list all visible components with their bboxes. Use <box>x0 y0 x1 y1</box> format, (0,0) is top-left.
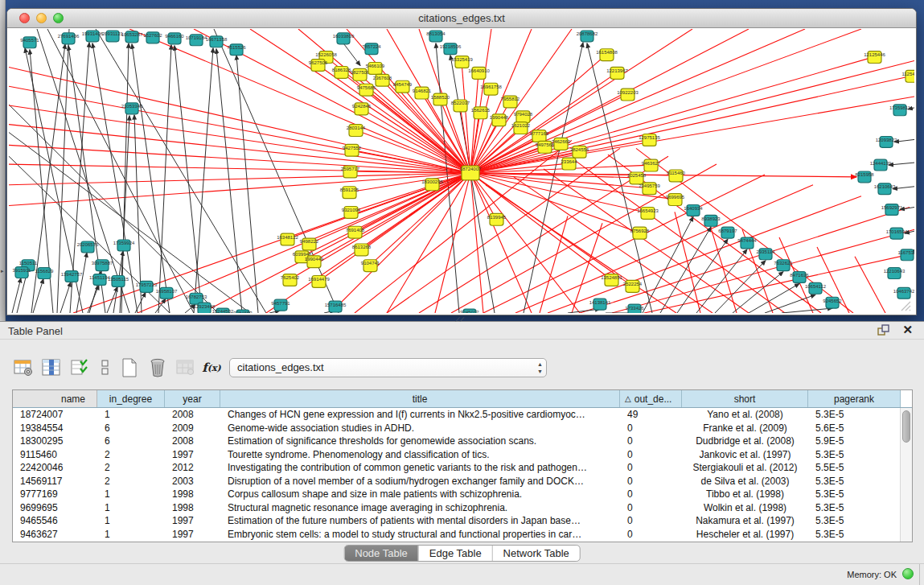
node-label: 8522037 <box>451 101 470 105</box>
node-label: 1167533 <box>898 250 914 255</box>
node-label: 10654112 <box>805 284 827 289</box>
cell-name: 18300295 <box>13 435 97 448</box>
node-label: 1640934 <box>684 206 703 211</box>
float-panel-icon[interactable] <box>877 324 890 337</box>
cell-short: Nakamura et al. (1997) <box>682 514 808 528</box>
cell-year: 2012 <box>165 461 220 475</box>
table-row[interactable]: 1872400712008Changes of HCN gene express… <box>13 408 912 422</box>
node-label: 9284553 <box>233 311 253 313</box>
cell-title: Estimation of significance thresholds fo… <box>220 435 620 448</box>
node-label: 8813054 <box>426 31 446 36</box>
column-header-name[interactable]: name <box>13 390 97 407</box>
select-rows-icon[interactable] <box>68 356 92 380</box>
column-header-year[interactable]: year <box>165 390 220 407</box>
node-label: 7625402 <box>281 275 300 280</box>
table-dropdown[interactable]: citations_edges.txt ▲▼ <box>229 358 547 377</box>
node-label: 18724007 <box>460 167 482 172</box>
delete-table-icon[interactable] <box>146 356 170 380</box>
cell-title: Estimation of the future numbers of pati… <box>220 514 620 528</box>
node-label: 1621022 <box>511 123 531 128</box>
cell-out_degree: 0 <box>620 501 682 515</box>
table-panel: ⟋⟋ Table Panel ✕ f(x) citations_edges.tx… <box>0 321 924 585</box>
cell-in_degree: 2 <box>97 448 165 462</box>
node-label: 15226058 <box>315 52 337 57</box>
node-label: 20878682 <box>577 31 598 36</box>
table-row[interactable]: 911546021997Tourette syndrome. Phenomeno… <box>13 448 912 462</box>
node-label: 8756928 <box>630 229 650 233</box>
network-view-window[interactable]: citations_edges.txt 94055712769140619931… <box>6 8 917 315</box>
node-label: 8591295 <box>340 187 359 192</box>
network-canvas[interactable]: 9405571276914061993140620931121106532871… <box>9 29 914 313</box>
show-columns-icon[interactable] <box>39 356 64 380</box>
tab-node-table[interactable]: Node Table <box>344 546 419 561</box>
node-label: 7955812 <box>501 97 520 102</box>
node-label: 16671358 <box>206 37 228 42</box>
tab-edge-table[interactable]: Edge Table <box>419 546 493 561</box>
table-panel-header[interactable]: Table Panel ✕ <box>0 322 924 340</box>
citation-network-graph[interactable]: 9405571276914061993140620931121106532871… <box>9 29 914 313</box>
table-row[interactable]: 977716911998Corpus callosum shape and si… <box>13 488 912 501</box>
cell-in_degree: 6 <box>97 422 165 435</box>
node-label: 7632621 <box>774 261 793 266</box>
node-label: 12125446 <box>864 52 885 57</box>
close-panel-icon[interactable]: ✕ <box>902 323 913 337</box>
node-label: 16914479 <box>308 277 330 282</box>
table-row[interactable]: 1456911722003Disruption of a novel membe… <box>13 475 912 488</box>
table-row[interactable]: 2242004622012Investigating the contribut… <box>13 461 912 475</box>
table-row[interactable]: 1938455462009Genome-wide association stu… <box>13 422 912 435</box>
panel-title: Table Panel <box>8 325 63 337</box>
node-label: 21053346 <box>121 104 143 109</box>
vertical-scrollbar[interactable] <box>900 408 912 542</box>
column-header-out_degree[interactable]: △out_de... <box>620 390 682 407</box>
table-row[interactable]: 946554611997Estimation of the future num… <box>13 514 912 528</box>
cell-title: Disruption of a novel member of a sodium… <box>220 475 620 488</box>
column-header-in_degree[interactable]: in_degree <box>97 390 165 407</box>
cell-pagerank: 5.3E-5 <box>808 501 901 515</box>
node-label: 9794028 <box>514 112 533 117</box>
node-label: 15716485 <box>325 303 347 307</box>
node-label: 20206576 <box>77 242 99 247</box>
cell-title: Genome-wide association studies in ADHD. <box>220 422 620 435</box>
table-row[interactable]: 969969511998Structural magnetic resonanc… <box>13 501 912 515</box>
column-header-pagerank[interactable]: pagerank <box>808 390 901 407</box>
new-table-icon[interactable] <box>117 356 142 380</box>
cell-title: Structural magnetic resonance image aver… <box>220 501 620 515</box>
node-label: 12975135 <box>639 135 660 140</box>
resize-grip-icon[interactable] <box>898 299 913 311</box>
cell-pagerank: 5.5E-5 <box>808 461 901 475</box>
cell-in_degree: 1 <box>97 501 165 515</box>
column-header-short[interactable]: short <box>682 390 808 407</box>
column-header-title[interactable]: title <box>220 390 620 407</box>
table-row[interactable]: 1830029562008Estimation of significance … <box>13 435 912 448</box>
node-label: 2935114 <box>757 249 776 254</box>
node-label: 9405571 <box>20 38 39 43</box>
window-titlebar[interactable]: citations_edges.txt <box>7 9 916 28</box>
node-label: 7691408 <box>346 228 365 233</box>
node-label: 9321094 <box>342 208 361 212</box>
cell-year: 1997 <box>165 528 220 542</box>
cell-name: 18724007 <box>13 408 97 422</box>
node-label: 233644 <box>561 159 578 164</box>
screen-edge-strip: ▸ <box>0 0 6 321</box>
function-builder-icon[interactable]: f(x) <box>199 356 224 380</box>
row-height-icon[interactable] <box>93 356 117 380</box>
node-label: 9475685 <box>357 85 376 90</box>
scrollbar-thumb[interactable] <box>902 410 910 443</box>
cell-out_degree: 0 <box>620 448 682 462</box>
node-label: 8938923 <box>701 216 721 221</box>
node-label: 16640910 <box>468 68 490 73</box>
node-label: 16961758 <box>480 84 502 89</box>
cell-pagerank: 5.3E-5 <box>808 514 901 528</box>
memory-ok-indicator <box>902 568 914 579</box>
cell-name: 9463627 <box>13 528 97 542</box>
tab-network-table[interactable]: Network Table <box>493 546 580 561</box>
cell-name: 9777169 <box>13 488 97 501</box>
node-label: 17359811 <box>889 105 911 110</box>
node-label: 9245652 <box>823 299 842 303</box>
table-settings-icon[interactable] <box>11 356 35 380</box>
node-label: 19218506 <box>440 44 462 49</box>
node-label: 15325419 <box>451 57 473 62</box>
table-row[interactable]: 946362711997Embryonic stem cells: a mode… <box>13 528 912 542</box>
cell-name: 9115460 <box>13 448 97 462</box>
cell-year: 2008 <box>165 408 220 422</box>
